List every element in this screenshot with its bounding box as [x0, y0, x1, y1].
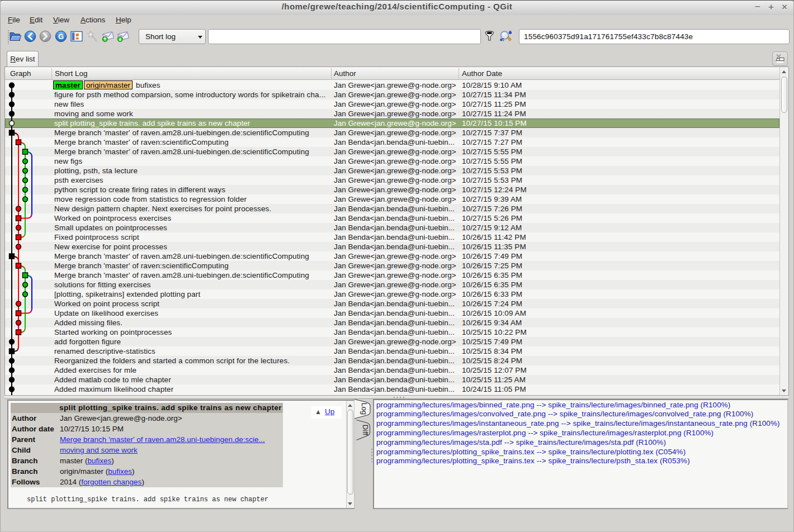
svg-text:Log: Log [360, 403, 368, 415]
svg-text:Diff: Diff [361, 425, 370, 436]
svg-text:G: G [58, 32, 64, 41]
